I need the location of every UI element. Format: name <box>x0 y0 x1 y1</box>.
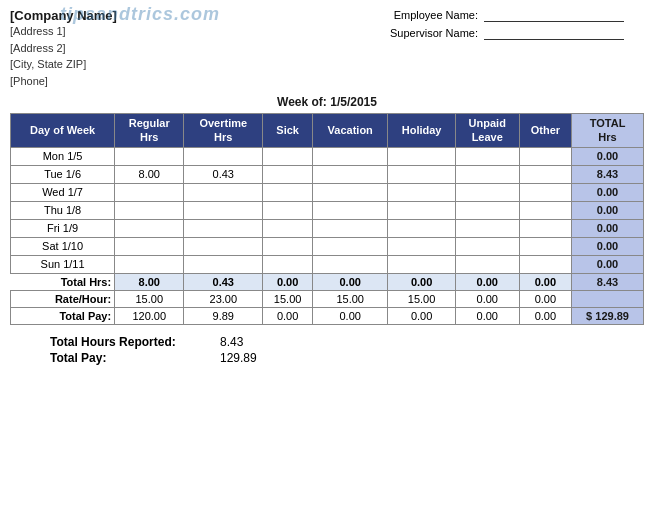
day-sun: Sun 1/11 <box>11 255 115 273</box>
tue-sick[interactable] <box>263 165 313 183</box>
fri-overtime[interactable] <box>184 219 263 237</box>
total-sick: 0.00 <box>263 273 313 290</box>
wed-unpaid[interactable] <box>455 183 519 201</box>
total-total: 8.43 <box>572 273 644 290</box>
sun-unpaid[interactable] <box>455 255 519 273</box>
tue-other[interactable] <box>519 165 571 183</box>
pay-overtime: 9.89 <box>184 307 263 324</box>
table-header-row: Day of Week RegularHrs OvertimeHrs Sick … <box>11 114 644 148</box>
total-other: 0.00 <box>519 273 571 290</box>
fri-holiday[interactable] <box>388 219 455 237</box>
employee-name-row: Employee Name: <box>317 8 624 22</box>
day-fri: Fri 1/9 <box>11 219 115 237</box>
header-section: [Company Name] [Address 1] [Address 2] [… <box>10 8 644 89</box>
sat-total: 0.00 <box>572 237 644 255</box>
totals-label: Total Hrs: <box>11 273 115 290</box>
day-sat: Sat 1/10 <box>11 237 115 255</box>
fri-vacation[interactable] <box>313 219 388 237</box>
mon-overtime[interactable] <box>184 147 263 165</box>
rate-other: 0.00 <box>519 290 571 307</box>
totals-row: Total Hrs: 8.00 0.43 0.00 0.00 0.00 0.00… <box>11 273 644 290</box>
tue-regular[interactable]: 8.00 <box>115 165 184 183</box>
company-name: [Company Name] <box>10 8 317 23</box>
pay-label: Total Pay: <box>11 307 115 324</box>
thu-overtime[interactable] <box>184 201 263 219</box>
th-unpaid: UnpaidLeave <box>455 114 519 148</box>
mon-regular[interactable] <box>115 147 184 165</box>
summary-pay-label: Total Pay: <box>50 351 210 365</box>
pay-vacation: 0.00 <box>313 307 388 324</box>
week-of-label: Week of: <box>277 95 330 109</box>
tue-unpaid[interactable] <box>455 165 519 183</box>
fri-sick[interactable] <box>263 219 313 237</box>
tue-vacation[interactable] <box>313 165 388 183</box>
day-tue: Tue 1/6 <box>11 165 115 183</box>
mon-unpaid[interactable] <box>455 147 519 165</box>
tue-holiday[interactable] <box>388 165 455 183</box>
sat-holiday[interactable] <box>388 237 455 255</box>
thu-unpaid[interactable] <box>455 201 519 219</box>
company-info: [Company Name] [Address 1] [Address 2] [… <box>10 8 317 89</box>
pay-row: Total Pay: 120.00 9.89 0.00 0.00 0.00 0.… <box>11 307 644 324</box>
mon-vacation[interactable] <box>313 147 388 165</box>
total-holiday: 0.00 <box>388 273 455 290</box>
day-wed: Wed 1/7 <box>11 183 115 201</box>
fri-other[interactable] <box>519 219 571 237</box>
sun-total: 0.00 <box>572 255 644 273</box>
employee-name-field[interactable] <box>484 8 624 22</box>
thu-sick[interactable] <box>263 201 313 219</box>
th-total: TOTALHrs <box>572 114 644 148</box>
total-vacation: 0.00 <box>313 273 388 290</box>
employee-section: Employee Name: Supervisor Name: <box>317 8 644 89</box>
thu-total: 0.00 <box>572 201 644 219</box>
supervisor-name-label: Supervisor Name: <box>390 27 478 39</box>
rate-holiday: 15.00 <box>388 290 455 307</box>
tue-overtime[interactable]: 0.43 <box>184 165 263 183</box>
wed-vacation[interactable] <box>313 183 388 201</box>
sat-other[interactable] <box>519 237 571 255</box>
day-mon: Mon 1/5 <box>11 147 115 165</box>
sun-holiday[interactable] <box>388 255 455 273</box>
wed-holiday[interactable] <box>388 183 455 201</box>
thu-holiday[interactable] <box>388 201 455 219</box>
rate-overtime: 23.00 <box>184 290 263 307</box>
wed-regular[interactable] <box>115 183 184 201</box>
sat-vacation[interactable] <box>313 237 388 255</box>
fri-total: 0.00 <box>572 219 644 237</box>
sun-other[interactable] <box>519 255 571 273</box>
sat-overtime[interactable] <box>184 237 263 255</box>
company-address2: [Address 2] <box>10 40 317 57</box>
th-overtime: OvertimeHrs <box>184 114 263 148</box>
wed-total: 0.00 <box>572 183 644 201</box>
mon-holiday[interactable] <box>388 147 455 165</box>
sat-regular[interactable] <box>115 237 184 255</box>
wed-other[interactable] <box>519 183 571 201</box>
sun-sick[interactable] <box>263 255 313 273</box>
pay-holiday: 0.00 <box>388 307 455 324</box>
sun-overtime[interactable] <box>184 255 263 273</box>
fri-regular[interactable] <box>115 219 184 237</box>
wed-overtime[interactable] <box>184 183 263 201</box>
mon-other[interactable] <box>519 147 571 165</box>
th-other: Other <box>519 114 571 148</box>
pay-unpaid: 0.00 <box>455 307 519 324</box>
thu-vacation[interactable] <box>313 201 388 219</box>
sun-vacation[interactable] <box>313 255 388 273</box>
pay-other: 0.00 <box>519 307 571 324</box>
wed-sick[interactable] <box>263 183 313 201</box>
total-overtime: 0.43 <box>184 273 263 290</box>
supervisor-name-field[interactable] <box>484 26 624 40</box>
mon-sick[interactable] <box>263 147 313 165</box>
thu-other[interactable] <box>519 201 571 219</box>
th-regular: RegularHrs <box>115 114 184 148</box>
sun-regular[interactable] <box>115 255 184 273</box>
rate-regular: 15.00 <box>115 290 184 307</box>
table-row: Wed 1/7 0.00 <box>11 183 644 201</box>
thu-regular[interactable] <box>115 201 184 219</box>
sat-unpaid[interactable] <box>455 237 519 255</box>
sat-sick[interactable] <box>263 237 313 255</box>
th-day: Day of Week <box>11 114 115 148</box>
fri-unpaid[interactable] <box>455 219 519 237</box>
rate-vacation: 15.00 <box>313 290 388 307</box>
day-thu: Thu 1/8 <box>11 201 115 219</box>
